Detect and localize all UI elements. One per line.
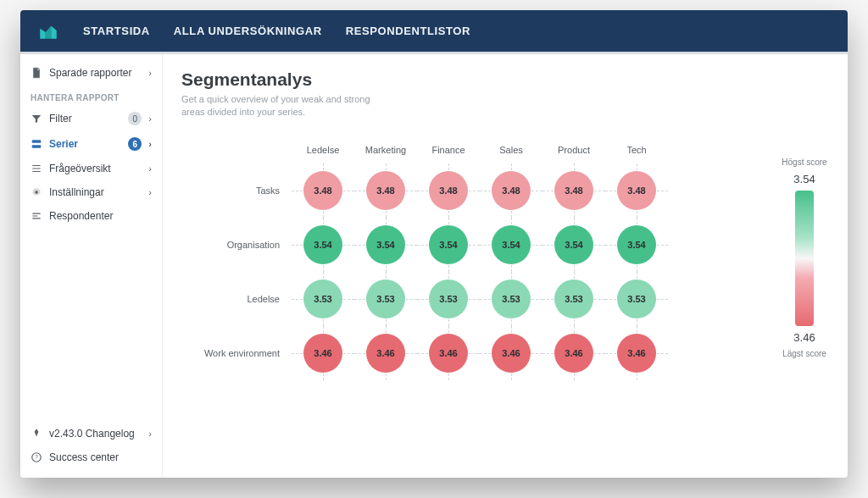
matrix-cell: 3.48 — [480, 163, 542, 218]
score-bubble[interactable]: 3.48 — [366, 171, 405, 210]
score-bubble[interactable]: 3.46 — [617, 334, 656, 373]
sidebar-success-center[interactable]: ? Success center — [20, 445, 162, 469]
matrix-cell: 3.46 — [292, 326, 354, 380]
matrix-column-header: Tech — [605, 145, 668, 163]
score-bubble[interactable]: 3.54 — [303, 225, 342, 264]
sidebar-respondents[interactable]: Respondenter — [20, 204, 162, 228]
score-bubble[interactable]: 3.53 — [366, 279, 405, 318]
legend-top-label: Högst score — [782, 158, 826, 168]
score-bubble[interactable]: 3.48 — [617, 171, 656, 210]
filter-icon — [31, 113, 42, 125]
score-bubble[interactable]: 3.53 — [617, 279, 656, 318]
matrix-cell: 3.48 — [542, 163, 605, 218]
legend-bottom-label: Lägst score — [782, 349, 826, 359]
score-bubble[interactable]: 3.54 — [492, 225, 531, 264]
matrix-cell: 3.53 — [605, 272, 668, 326]
sidebar-item-label: Frågeöversikt — [49, 163, 142, 174]
chevron-right-icon: › — [148, 163, 152, 174]
svg-rect-1 — [32, 145, 42, 148]
score-bubble[interactable]: 3.54 — [554, 225, 593, 264]
legend-gradient-bar — [795, 191, 814, 326]
matrix-cell: 3.48 — [354, 163, 417, 218]
filter-count-badge: 0 — [128, 112, 142, 125]
score-bubble[interactable]: 3.53 — [303, 279, 342, 318]
sidebar-filter[interactable]: Filter 0 › — [20, 106, 162, 131]
score-bubble[interactable]: 3.46 — [303, 334, 342, 373]
matrix-cell: 3.54 — [605, 218, 668, 272]
score-bubble[interactable]: 3.46 — [429, 334, 468, 373]
matrix-column-header: Marketing — [354, 145, 417, 163]
sidebar-item-label: Inställningar — [49, 186, 142, 198]
matrix-cell: 3.54 — [292, 218, 354, 272]
matrix-cell: 3.46 — [480, 326, 542, 380]
score-bubble[interactable]: 3.48 — [429, 171, 468, 210]
sidebar-item-label: Respondenter — [49, 210, 152, 222]
sidebar-settings[interactable]: Inställningar › — [20, 180, 162, 204]
sidebar: Sparade rapporter › HANTERA RAPPORT Filt… — [20, 54, 163, 478]
series-icon — [31, 138, 42, 150]
page-subtitle: Get a quick overview of your weak and st… — [181, 93, 393, 119]
sidebar-item-label: Serier — [49, 138, 121, 150]
sidebar-series[interactable]: Serier 6 › — [20, 131, 162, 157]
chevron-right-icon: › — [148, 139, 152, 149]
matrix-column-header: Sales — [480, 145, 542, 163]
list-icon — [31, 163, 42, 174]
score-bubble[interactable]: 3.54 — [429, 225, 468, 264]
svg-rect-0 — [32, 140, 42, 143]
chevron-right-icon: › — [148, 429, 152, 439]
nav-respondentlistor[interactable]: RESPONDENTLISTOR — [346, 25, 470, 37]
matrix-cell: 3.46 — [605, 326, 668, 380]
matrix-cell: 3.48 — [292, 163, 354, 218]
matrix-row-label: Work environment — [181, 326, 292, 380]
score-bubble[interactable]: 3.48 — [492, 171, 531, 210]
score-bubble[interactable]: 3.46 — [554, 334, 593, 373]
score-bubble[interactable]: 3.48 — [303, 171, 342, 210]
matrix-cell: 3.53 — [417, 272, 480, 326]
sidebar-section-header: HANTERA RAPPORT — [20, 85, 162, 106]
matrix-column-header: Ledelse — [292, 145, 354, 163]
matrix-column-header: Product — [542, 145, 605, 163]
score-bubble[interactable]: 3.53 — [429, 279, 468, 318]
nav-alla-undersokningar[interactable]: ALLA UNDERSÖKNINGAR — [174, 25, 322, 37]
matrix-cell: 3.53 — [542, 272, 605, 326]
score-bubble[interactable]: 3.53 — [492, 279, 531, 318]
matrix-cell: 3.46 — [417, 326, 480, 380]
sidebar-item-label: Success center — [49, 451, 152, 463]
matrix-cell: 3.53 — [354, 272, 417, 326]
score-bubble[interactable]: 3.48 — [554, 171, 593, 210]
score-bubble[interactable]: 3.54 — [617, 225, 656, 264]
matrix-cell: 3.54 — [542, 218, 605, 272]
nav-startsida[interactable]: STARTSIDA — [83, 25, 150, 37]
app-logo[interactable] — [37, 20, 59, 42]
score-bubble[interactable]: 3.46 — [366, 334, 405, 373]
score-bubble[interactable]: 3.53 — [554, 279, 593, 318]
matrix-cell: 3.54 — [417, 218, 480, 272]
document-icon — [31, 67, 42, 79]
sidebar-item-label: v2.43.0 Changelog — [49, 428, 142, 440]
color-scale-legend: Högst score 3.54 3.46 Lägst score — [780, 69, 829, 464]
sidebar-item-label: Sparade rapporter — [49, 67, 142, 79]
sidebar-changelog[interactable]: v2.43.0 Changelog › — [20, 422, 162, 445]
chevron-right-icon: › — [148, 113, 152, 124]
legend-bottom-value: 3.46 — [793, 331, 815, 344]
series-count-badge: 6 — [128, 137, 142, 151]
segment-matrix: LedelseMarketingFinanceSalesProductTechT… — [181, 145, 765, 380]
matrix-row-label: Organisation — [181, 218, 292, 272]
matrix-row-label: Ledelse — [181, 272, 292, 326]
matrix-column-header: Finance — [417, 145, 480, 163]
matrix-cell: 3.53 — [480, 272, 542, 326]
score-bubble[interactable]: 3.54 — [366, 225, 405, 264]
sidebar-overview[interactable]: Frågeöversikt › — [20, 157, 162, 180]
topbar: STARTSIDA ALLA UNDERSÖKNINGAR RESPONDENT… — [20, 10, 848, 54]
help-icon: ? — [31, 451, 42, 463]
chevron-right-icon: › — [148, 187, 152, 197]
score-bubble[interactable]: 3.46 — [492, 334, 531, 373]
matrix-cell: 3.54 — [480, 218, 542, 272]
matrix-cell: 3.48 — [417, 163, 480, 218]
gear-icon — [31, 186, 42, 198]
sidebar-saved-reports[interactable]: Sparade rapporter › — [20, 61, 162, 85]
sidebar-item-label: Filter — [49, 113, 121, 125]
matrix-cell: 3.46 — [542, 326, 605, 380]
page-title: Segmentanalys — [181, 69, 765, 90]
matrix-cell: 3.54 — [354, 218, 417, 272]
